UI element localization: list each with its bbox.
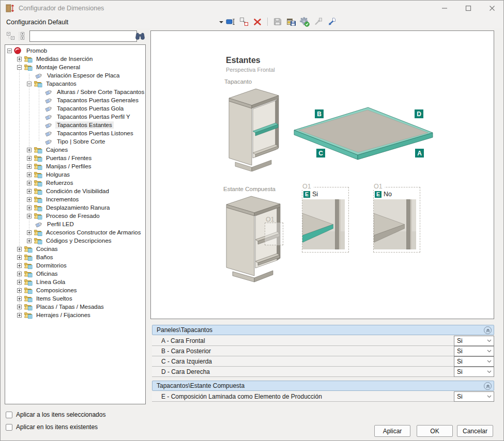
- delete-config-icon[interactable]: [252, 17, 263, 27]
- tree-item[interactable]: Cajones: [5, 146, 145, 154]
- tree-item[interactable]: Condición de Visibilidad: [5, 187, 145, 195]
- tree-collapse-box[interactable]: [17, 65, 22, 70]
- export-config-icon[interactable]: [313, 17, 323, 27]
- search-binoculars-icon[interactable]: [134, 31, 146, 41]
- copy-config-icon[interactable]: [239, 17, 249, 27]
- tree-expand-box[interactable]: [27, 164, 32, 169]
- apply-selected-label: Aplicar a los itens seleccionados: [16, 411, 105, 418]
- tree-expand-box[interactable]: [17, 247, 22, 251]
- preview-panel: Estantes Perspectiva Frontal Tapacanto: [150, 30, 494, 319]
- tree-expand-box[interactable]: [17, 313, 22, 318]
- tree-expand-box[interactable]: [17, 296, 22, 301]
- collapse-panel-button[interactable]: [484, 382, 492, 390]
- tree-item[interactable]: Tapacantos Estantes: [5, 121, 145, 129]
- folder-icon: [34, 154, 42, 162]
- collapse-panel-button[interactable]: [484, 326, 492, 334]
- property-value-dropdown[interactable]: Si: [454, 346, 494, 356]
- tree-expand-box[interactable]: [27, 189, 32, 194]
- tree-expand-box[interactable]: [27, 181, 32, 185]
- cancel-button[interactable]: Cancelar: [457, 425, 493, 437]
- tree-item-label: Incrementos: [44, 196, 80, 203]
- tree-item[interactable]: Tapacantos Puertas Listones: [5, 129, 145, 137]
- tree-expand-box[interactable]: [27, 239, 32, 243]
- tree-item[interactable]: Desplazamiento Ranura: [5, 203, 145, 212]
- tree-item[interactable]: Oficinas: [5, 270, 145, 278]
- tree-item[interactable]: Tapacantos Puertas Gola: [5, 104, 145, 113]
- import-config-icon[interactable]: [326, 17, 337, 27]
- tree-expand-box[interactable]: [27, 197, 32, 202]
- tree-item[interactable]: Refuerzos: [5, 179, 145, 187]
- apply-selected-checkbox[interactable]: [6, 412, 12, 418]
- property-group-header: Tapacantos\Estante Compuesta: [152, 381, 494, 391]
- ok-button[interactable]: OK: [417, 425, 453, 437]
- save-config-icon[interactable]: [272, 17, 283, 27]
- tree-item[interactable]: Holguras: [5, 170, 145, 179]
- tree-collapse-box[interactable]: [7, 49, 12, 53]
- tree-expand-box[interactable]: [27, 214, 32, 218]
- property-value-dropdown[interactable]: Si: [454, 367, 494, 377]
- tree-expand-box[interactable]: [27, 206, 32, 210]
- tree-item[interactable]: Alturas / Sobre Corte Tapacantos: [5, 88, 145, 96]
- tree-item[interactable]: Baños: [5, 253, 145, 261]
- tree-item[interactable]: Tipo | Sobre Corte: [5, 137, 145, 146]
- folder-icon: [34, 204, 42, 211]
- tree-item[interactable]: Línea Gola: [5, 278, 145, 286]
- tree-collapse-box[interactable]: [27, 82, 32, 86]
- tree-item[interactable]: Composiciones: [5, 286, 145, 294]
- tree-item[interactable]: Variación Espesor de Placa: [5, 71, 145, 80]
- apply-config-icon[interactable]: [299, 17, 310, 27]
- property-value-dropdown[interactable]: Si: [454, 356, 494, 367]
- tree-search-input[interactable]: [29, 30, 137, 42]
- tree-expand-box[interactable]: [17, 272, 22, 276]
- minimize-button[interactable]: [440, 4, 449, 13]
- tree-item[interactable]: Montaje General: [5, 63, 145, 71]
- tree-item[interactable]: Promob: [5, 46, 145, 55]
- expand-all-icon[interactable]: [17, 31, 27, 41]
- dimension-tag-icon: [44, 138, 53, 145]
- tree-item-label: Variación Espesor de Placa: [45, 72, 121, 79]
- promob-logo-icon: [14, 47, 23, 54]
- tree-expand-box[interactable]: [27, 172, 32, 177]
- tree-item[interactable]: Placas / Tapas / Mesadas: [5, 303, 145, 311]
- close-button[interactable]: [487, 4, 497, 13]
- property-value-dropdown[interactable]: Si: [454, 391, 494, 402]
- tree-item[interactable]: Tapacantos: [5, 80, 145, 88]
- tree-item[interactable]: Proceso de Fresado: [5, 212, 145, 220]
- tree-item-label: Línea Gola: [35, 278, 67, 286]
- tree-item[interactable]: Medidas de Inserción: [5, 55, 145, 63]
- property-value-dropdown[interactable]: Si: [454, 336, 494, 346]
- tree-item[interactable]: Dormitorios: [5, 261, 145, 270]
- tree-expand-box[interactable]: [27, 156, 32, 161]
- save-all-config-icon[interactable]: [286, 17, 296, 27]
- chevron-double-up-icon: [485, 328, 491, 333]
- tree-item[interactable]: Incrementos: [5, 195, 145, 203]
- tree-item[interactable]: Puertas / Frentes: [5, 154, 145, 162]
- maximize-button[interactable]: [464, 4, 473, 13]
- tree-item[interactable]: Perfil LED: [5, 220, 145, 228]
- dropdown-value: Si: [454, 348, 487, 355]
- tree-item[interactable]: Tapacantos Puertas Perfil Y: [5, 113, 145, 121]
- tree-item[interactable]: Tapacantos Puertas Generales: [5, 96, 145, 104]
- tree-expand-box[interactable]: [17, 288, 22, 293]
- tree-item[interactable]: Códigos y Descripciones: [5, 237, 145, 245]
- tree-expand-box[interactable]: [17, 280, 22, 285]
- tree-item[interactable]: Herrajes / Fijaciones: [5, 311, 145, 319]
- configuration-dropdown[interactable]: Configuración Default: [6, 17, 224, 27]
- tree-expand-box[interactable]: [17, 57, 22, 61]
- tree-item[interactable]: Cocinas: [5, 245, 145, 253]
- apply-button[interactable]: Aplicar: [374, 425, 410, 437]
- tree-expand-box[interactable]: [27, 148, 32, 152]
- folder-icon: [24, 287, 33, 294]
- rename-config-icon[interactable]: [225, 17, 236, 27]
- tree-expand-box[interactable]: [27, 230, 32, 235]
- tree-item[interactable]: Accesorios Constructor de Armarios: [5, 228, 145, 237]
- tree-expand-box[interactable]: [17, 305, 22, 309]
- tree-item-label: Baños: [35, 254, 55, 261]
- tree-item[interactable]: Items Sueltos: [5, 294, 145, 303]
- apply-existing-checkbox[interactable]: [6, 424, 12, 431]
- tree-expand-box[interactable]: [17, 263, 22, 268]
- collapse-all-icon[interactable]: [6, 31, 16, 41]
- dimension-tag-icon: [35, 220, 43, 228]
- tree-expand-box[interactable]: [17, 255, 22, 260]
- tree-item[interactable]: Manijas / Perfiles: [5, 162, 145, 170]
